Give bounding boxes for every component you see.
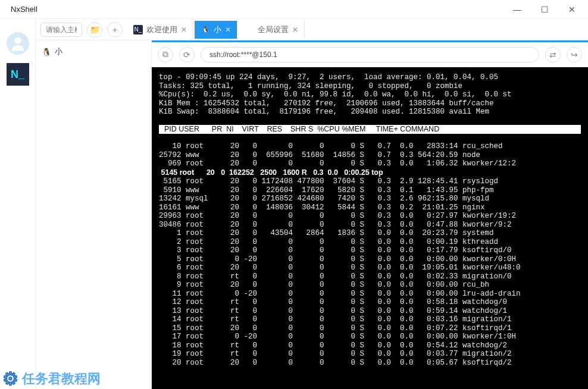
host-row: 📁 + N_ 欢迎使用 ✕ 🐧 小 ✕ ⚙ 全局设置 ✕ (36, 19, 588, 40)
svg-point-0 (14, 37, 21, 43)
ssh-url-input[interactable] (201, 47, 539, 62)
duplicate-tab-button[interactable]: ⧉ (158, 47, 173, 62)
minimize-button[interactable]: — (503, 0, 531, 19)
titlebar: NxShell — ☐ ✕ (0, 0, 588, 19)
watermark-text: 任务君教程网 (22, 370, 101, 388)
forward-button[interactable]: ↪ (567, 47, 582, 62)
reload-button[interactable]: ⟳ (179, 47, 195, 62)
addressbar: ⧉ ⟳ ⇄ ↪ (152, 42, 588, 67)
copy-icon: ⧉ (162, 49, 168, 59)
host-input[interactable] (40, 23, 82, 37)
transfer-button[interactable]: ⇄ (545, 47, 561, 62)
tab-settings[interactable]: ⚙ 全局设置 ✕ (239, 21, 305, 39)
close-window-button[interactable]: ✕ (558, 0, 586, 19)
main: N_ 📁 + N_ 欢迎使用 ✕ 🐧 小 ✕ ⚙ 全局设置 (0, 19, 588, 389)
maximize-button[interactable]: ☐ (531, 0, 558, 19)
close-icon[interactable]: ✕ (181, 26, 187, 34)
session-tree: 🐧 小 (36, 40, 152, 389)
refresh-icon: ⟳ (183, 50, 190, 59)
plus-icon: + (112, 25, 117, 34)
terminal-panel: ⧉ ⟳ ⇄ ↪ top - 09:09:45 up 224 days, 9:27… (152, 40, 588, 389)
arrow-right-icon: ↪ (571, 50, 578, 59)
tab-label: 小 (214, 24, 221, 35)
tree-item-label: 小 (55, 46, 62, 57)
watermark: ⚙ 任务君教程网 (2, 368, 101, 389)
swap-icon: ⇄ (549, 50, 556, 59)
person-icon (9, 34, 27, 52)
terminal-output[interactable]: top - 09:09:45 up 224 days, 9:27, 2 user… (152, 67, 588, 389)
folder-icon: 📁 (90, 25, 100, 34)
app-mini-icon: N_ (133, 25, 143, 34)
add-button[interactable]: + (107, 22, 123, 37)
window-controls: — ☐ ✕ (503, 0, 586, 19)
tab-label: 全局设置 (258, 24, 289, 35)
close-icon[interactable]: ✕ (225, 26, 231, 34)
user-avatar[interactable] (7, 32, 29, 55)
tab-label: 欢迎使用 (146, 24, 177, 35)
tab-welcome[interactable]: N_ 欢迎使用 ✕ (127, 21, 193, 39)
watermark-gear-icon: ⚙ (2, 368, 18, 389)
left-sidebar: N_ (0, 19, 36, 389)
close-icon[interactable]: ✕ (292, 26, 298, 34)
gear-icon: ⚙ (245, 25, 254, 34)
tab-session[interactable]: 🐧 小 ✕ (195, 21, 237, 39)
tux-icon: 🐧 (201, 25, 210, 34)
app-logo-icon[interactable]: N_ (7, 63, 29, 86)
content: 🐧 小 ⧉ ⟳ ⇄ ↪ top - 09:09:45 up 224 days, … (36, 40, 588, 389)
folder-button[interactable]: 📁 (87, 22, 102, 37)
tux-icon: 🐧 (42, 48, 51, 57)
tabbar: N_ 欢迎使用 ✕ 🐧 小 ✕ ⚙ 全局设置 ✕ (127, 21, 305, 39)
tree-item[interactable]: 🐧 小 (42, 44, 145, 59)
workspace: 📁 + N_ 欢迎使用 ✕ 🐧 小 ✕ ⚙ 全局设置 ✕ (36, 19, 588, 389)
app-title: NxShell (2, 5, 37, 14)
